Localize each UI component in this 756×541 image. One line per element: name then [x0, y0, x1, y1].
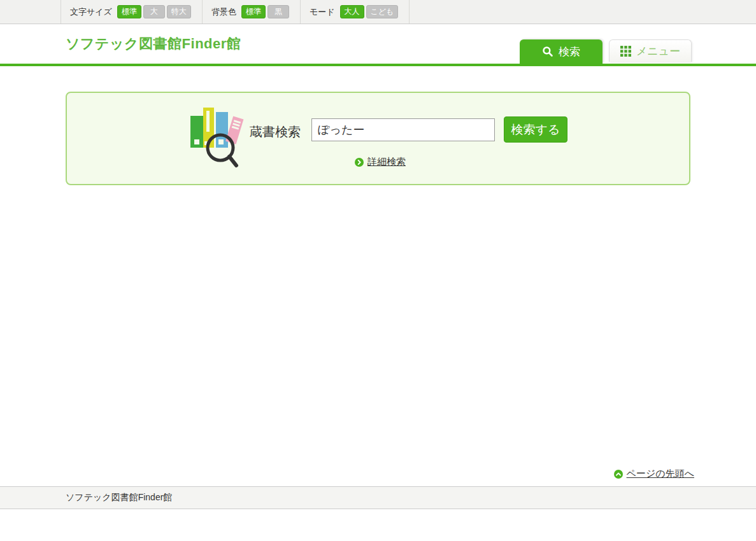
arrow-right-circle-icon	[355, 158, 364, 167]
advanced-search-link[interactable]: 詳細検索	[367, 156, 406, 168]
menu-grid-icon	[620, 46, 631, 57]
background-color-group: 背景色 標準 黒	[202, 0, 300, 24]
site-footer: ソフテック図書館Finder館	[0, 486, 756, 509]
tab-search[interactable]: 検索	[520, 39, 603, 64]
page-top-row: ページの先頭へ	[614, 468, 694, 480]
background-color-label: 背景色	[211, 6, 236, 18]
mode-adult-button[interactable]: 大人	[340, 5, 364, 18]
bg-standard-button[interactable]: 標準	[241, 5, 266, 18]
mode-label: モード	[310, 6, 335, 18]
font-size-standard-button[interactable]: 標準	[117, 5, 141, 18]
font-size-large-button[interactable]: 大	[143, 5, 165, 18]
footer-site-name: ソフテック図書館Finder館	[66, 492, 172, 503]
font-size-xlarge-button[interactable]: 特大	[167, 5, 191, 18]
accessibility-options-bar: 文字サイズ 標準 大 特大 背景色 標準 黒 モード 大人 こども	[0, 0, 756, 24]
font-size-label: 文字サイズ	[70, 6, 112, 18]
catalog-search-label: 蔵書検索	[250, 123, 301, 141]
search-input[interactable]	[311, 118, 495, 141]
search-icon	[542, 46, 553, 57]
mode-kids-button[interactable]: こども	[366, 5, 399, 18]
catalog-search-panel: 蔵書検索 検索する 詳細検索	[66, 92, 690, 185]
header-tabs: 検索 メニュー	[520, 39, 692, 64]
bg-black-button[interactable]: 黒	[267, 5, 289, 18]
tab-search-label: 検索	[559, 45, 580, 59]
mode-group: モード 大人 こども	[300, 0, 410, 24]
site-header: ソフテック図書館Finder館 検索 メニ	[0, 24, 756, 64]
books-magnifier-icon	[185, 104, 249, 173]
advanced-search-row: 詳細検索	[355, 156, 406, 168]
font-size-group: 文字サイズ 標準 大 特大	[61, 0, 202, 24]
search-button[interactable]: 検索する	[504, 116, 567, 143]
page-top-link[interactable]: ページの先頭へ	[627, 468, 694, 480]
tab-menu-label: メニュー	[636, 44, 680, 59]
main-content: 蔵書検索 検索する 詳細検索 ページの先頭へ	[0, 66, 756, 486]
arrow-up-circle-icon	[614, 470, 623, 479]
tab-menu[interactable]: メニュー	[609, 39, 692, 62]
site-title[interactable]: ソフテック図書館Finder館	[66, 34, 241, 53]
